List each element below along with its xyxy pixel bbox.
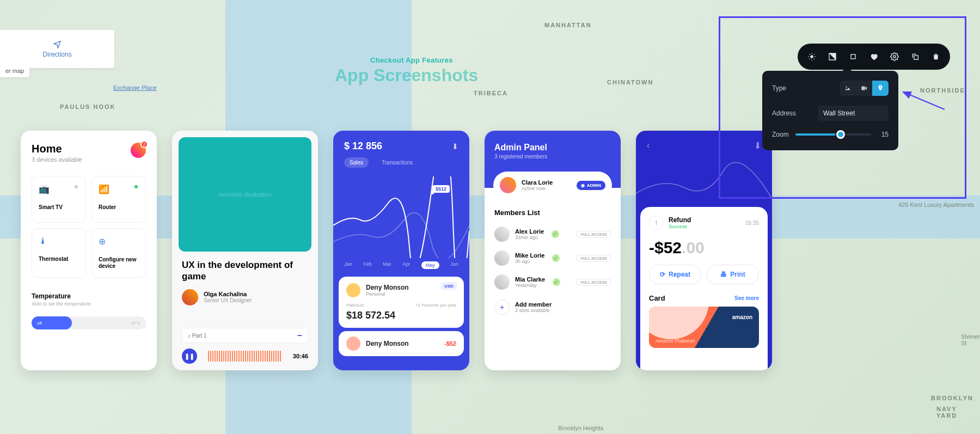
- admin-subtitle: 3 registered members: [494, 154, 611, 160]
- user-avatar: [346, 283, 360, 297]
- home-subtitle: 3 devices available: [32, 156, 146, 163]
- tab-transactions[interactable]: Transactions: [376, 157, 418, 168]
- card-brand: amazon: [732, 314, 752, 320]
- crop-button[interactable]: [843, 47, 863, 66]
- delete-button[interactable]: [926, 47, 946, 66]
- author-role: Senior UX Designer: [204, 297, 252, 303]
- address-label: Address: [772, 109, 796, 117]
- copy-button[interactable]: [905, 47, 925, 66]
- svg-point-5: [846, 87, 847, 88]
- back-icon[interactable]: ‹: [647, 140, 650, 151]
- wifi-icon: 📶: [99, 185, 109, 194]
- home-avatar[interactable]: 2: [131, 143, 146, 158]
- user-card-main[interactable]: USD Deny MonsonPersonal Platinium+2 Pers…: [339, 277, 464, 328]
- map-label-brooklyn: BROOKLYN: [931, 395, 973, 401]
- user-card-secondary[interactable]: Deny Monson -$52: [339, 331, 464, 356]
- type-map-button[interactable]: [872, 81, 889, 96]
- refund-title: Refund: [669, 216, 691, 224]
- map-label-manhattan: MANHATTAN: [544, 22, 592, 28]
- zoom-label: Zoom: [772, 131, 789, 138]
- see-more-link[interactable]: See more: [734, 295, 759, 301]
- plus-circle-icon: ⊕: [99, 237, 106, 246]
- refund-up-icon: ↑: [649, 216, 663, 230]
- refund-amount: -$52.00: [649, 239, 759, 257]
- screenshot-analytics: $ 12 856 ⬇ Sales Transactions $512 Jan F…: [333, 131, 469, 370]
- tab-sales[interactable]: Sales: [344, 157, 369, 168]
- map-label-steiner: Steiner St: [961, 333, 980, 346]
- total-amount: $ 12 856: [344, 140, 382, 152]
- svg-point-6: [880, 87, 881, 88]
- check-icon: ✓: [553, 278, 560, 286]
- play-button[interactable]: ❚❚: [182, 349, 197, 364]
- member-row[interactable]: Mia ClarkeYesterday✓FULL ACCESS: [485, 270, 621, 294]
- track-time: 30:46: [293, 353, 308, 359]
- settings-button[interactable]: [885, 47, 904, 66]
- user-avatar: [346, 337, 360, 351]
- member-row[interactable]: Alex Lorie33min ago✓FULL ACCESS: [485, 222, 621, 246]
- print-icon: 🖶: [720, 271, 727, 278]
- month-selector[interactable]: Jan Feb Mar Apr May Jun: [333, 261, 469, 269]
- svg-point-1: [810, 55, 813, 58]
- map-footer-link[interactable]: er map: [0, 64, 29, 77]
- article-title: UX in the development of game: [182, 259, 308, 283]
- repeat-button[interactable]: ⟳Repeat: [649, 265, 701, 284]
- map-label-tribeca: TRIBECA: [474, 90, 508, 96]
- audio-track-selector[interactable]: ♪ Part 1 –: [182, 328, 308, 343]
- add-member-row[interactable]: + Add member2 slots available: [485, 294, 621, 320]
- home-title: Home: [32, 143, 146, 155]
- brightness-button[interactable]: [802, 47, 822, 66]
- zoom-value: 15: [878, 131, 889, 138]
- refund-time: 16:35: [745, 220, 759, 226]
- tile-thermostat[interactable]: 🌡Thermostat: [32, 228, 86, 278]
- admin-profile[interactable]: Clara LorieActive now ◉ADMIN: [493, 172, 612, 199]
- author-avatar[interactable]: [182, 289, 198, 305]
- member-row[interactable]: Mike Lorie3h ago✓FULL ACCESS: [485, 246, 621, 270]
- map-label-paulus: PAULUS HOOK: [60, 103, 115, 110]
- favorite-button[interactable]: [864, 47, 884, 66]
- print-button[interactable]: 🖶Print: [707, 265, 759, 284]
- plus-icon: +: [494, 299, 510, 315]
- map-label-heights: Brooklyn Heights: [558, 425, 603, 431]
- admin-title: Admin Panel: [494, 143, 611, 152]
- type-video-button[interactable]: [856, 81, 872, 96]
- tile-configure[interactable]: ⊕Configure new device: [91, 228, 146, 278]
- svg-rect-4: [914, 56, 918, 59]
- hero-subtitle: Checkout App Features: [370, 56, 453, 64]
- directions-label: Directions: [42, 51, 71, 58]
- tile-smart-tv[interactable]: 📺Smart TV: [32, 176, 86, 223]
- article-hero-image: isometric illustration: [179, 137, 311, 252]
- type-label: Type: [772, 84, 786, 92]
- shield-icon: ◉: [581, 183, 585, 188]
- directions-card[interactable]: Directions: [0, 30, 114, 68]
- temperature-label: Temperature: [32, 292, 146, 300]
- screenshot-article: isometric illustration UX in the develop…: [172, 131, 318, 370]
- waveform[interactable]: [208, 351, 282, 362]
- hero-title: App Screenshots: [335, 65, 478, 85]
- tile-router[interactable]: 📶Router: [91, 176, 146, 223]
- chart-area: $512: [333, 176, 469, 258]
- type-image-button[interactable]: [840, 81, 856, 96]
- admin-badge: ◉ADMIN: [577, 181, 605, 190]
- tv-icon: 📺: [39, 185, 50, 194]
- card-label: Amazon Platinium: [656, 338, 695, 344]
- card-heading: Card: [649, 294, 665, 302]
- temperature-slider[interactable]: off 32°C: [32, 316, 146, 329]
- profile-avatar: [500, 177, 516, 193]
- currency-pill: USD: [440, 282, 457, 290]
- invert-button[interactable]: [823, 47, 842, 66]
- notification-badge: 2: [140, 140, 148, 148]
- properties-panel: Type Address Zoom 15: [762, 71, 898, 150]
- user-amount: $18 572.54: [346, 310, 456, 321]
- element-toolbar: [798, 44, 950, 70]
- thermometer-icon: 🌡: [39, 236, 47, 246]
- svg-point-3: [893, 56, 896, 58]
- map-label-navy: NAVY YARD: [936, 406, 980, 419]
- zoom-slider[interactable]: [795, 133, 871, 136]
- payment-card[interactable]: amazon Amazon Platinium: [649, 307, 759, 348]
- map-link-exchange[interactable]: Exchange Place: [113, 84, 157, 91]
- repeat-icon: ⟳: [660, 271, 665, 278]
- author-name: Olga Kachalina: [204, 291, 252, 297]
- directions-icon: [53, 40, 62, 48]
- download-icon[interactable]: ⬇: [452, 142, 458, 151]
- address-input[interactable]: [818, 106, 889, 121]
